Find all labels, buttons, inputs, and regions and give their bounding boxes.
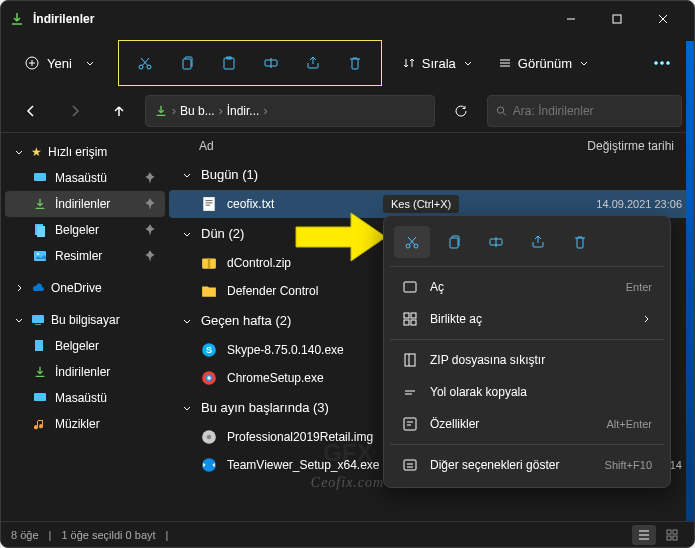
cm-label: Özellikler <box>430 417 594 431</box>
chevron-down-icon <box>181 402 193 414</box>
sidebar-item-desktop-pc[interactable]: Masaüstü <box>5 385 165 411</box>
paste-button[interactable] <box>209 45 249 81</box>
sidebar-item-music[interactable]: Müzikler <box>5 411 165 437</box>
group-today[interactable]: Bugün (1) <box>169 159 694 190</box>
sidebar-item-label: İndirilenler <box>55 197 110 211</box>
cm-openwith[interactable]: Birlikte aç <box>390 303 664 335</box>
svg-point-11 <box>497 106 503 112</box>
svg-rect-34 <box>673 530 677 534</box>
search-box[interactable] <box>487 95 682 127</box>
cm-label: ZIP dosyasına sıkıştır <box>430 353 652 367</box>
sidebar-item-label: Resimler <box>55 249 102 263</box>
delete-button[interactable] <box>335 45 375 81</box>
sidebar: ★ Hızlı erişim Masaüstü İndirilenler Bel… <box>1 133 169 521</box>
bc-seg-2[interactable]: İndir... <box>227 104 260 118</box>
breadcrumb[interactable]: › Bu b... › İndir... › <box>145 95 435 127</box>
sidebar-item-downloads[interactable]: İndirilenler <box>5 191 165 217</box>
view-icon <box>498 56 512 70</box>
file-date: 14.09.2021 23:06 <box>562 198 682 210</box>
copy-button[interactable] <box>167 45 207 81</box>
search-input[interactable] <box>513 104 673 118</box>
sort-button[interactable]: Sırala <box>392 50 484 77</box>
open-icon <box>402 279 418 295</box>
desktop-icon <box>33 391 47 405</box>
cm-delete-button[interactable] <box>562 226 598 258</box>
cm-copypath[interactable]: Yol olarak kopyala <box>390 376 664 408</box>
sidebar-item-pictures[interactable]: Resimler <box>5 243 165 269</box>
exe-tv-icon <box>201 457 217 473</box>
bc-sep: › <box>263 104 267 118</box>
sort-label: Sırala <box>422 56 456 71</box>
file-explorer-window: İndirilenler Yeni Sırala Görünüm <box>0 0 695 548</box>
titlebar: İndirilenler <box>1 1 694 37</box>
thumbnails-view-button[interactable] <box>660 525 684 545</box>
sidebar-item-documents-pc[interactable]: Belgeler <box>5 333 165 359</box>
sidebar-thispc[interactable]: Bu bilgisayar <box>5 307 165 333</box>
documents-icon <box>33 223 47 237</box>
svg-rect-36 <box>673 536 677 540</box>
downloads-icon <box>33 365 47 379</box>
details-view-button[interactable] <box>632 525 656 545</box>
chevron-down-icon <box>462 57 474 69</box>
sidebar-onedrive[interactable]: OneDrive <box>5 275 165 301</box>
svg-rect-18 <box>35 324 41 325</box>
sidebar-item-downloads-pc[interactable]: İndirilenler <box>5 359 165 385</box>
share-button[interactable] <box>293 45 333 81</box>
cm-rename-button[interactable] <box>478 226 514 258</box>
more-button[interactable] <box>642 45 682 81</box>
close-button[interactable] <box>640 3 686 35</box>
back-button[interactable] <box>13 95 49 127</box>
cm-properties[interactable]: Özellikler Alt+Enter <box>390 408 664 440</box>
sidebar-item-documents[interactable]: Belgeler <box>5 217 165 243</box>
col-name[interactable]: Ad <box>199 139 534 153</box>
forward-button[interactable] <box>57 95 93 127</box>
cm-share-button[interactable] <box>520 226 556 258</box>
svg-point-16 <box>37 253 39 255</box>
up-button[interactable] <box>101 95 137 127</box>
svg-rect-43 <box>411 313 416 318</box>
group-label: Bu ayın başlarında (3) <box>201 400 329 415</box>
cm-zip[interactable]: ZIP dosyasına sıkıştır <box>390 344 664 376</box>
new-button[interactable]: Yeni <box>13 50 108 77</box>
action-buttons-highlight <box>118 40 382 86</box>
minimize-button[interactable] <box>548 3 594 35</box>
svg-rect-21 <box>203 197 214 211</box>
sidebar-item-label: Bu bilgisayar <box>51 313 120 327</box>
svg-rect-19 <box>35 340 43 351</box>
col-date[interactable]: Değiştirme tarihi <box>534 139 674 153</box>
zip-file-icon <box>201 255 217 271</box>
svg-text:S: S <box>206 345 212 355</box>
svg-rect-44 <box>404 320 409 325</box>
chevron-down-icon <box>578 57 590 69</box>
svg-rect-33 <box>667 530 671 534</box>
rename-button[interactable] <box>251 45 291 81</box>
refresh-button[interactable] <box>443 95 479 127</box>
cm-label: Diğer seçenekleri göster <box>430 458 593 472</box>
cm-label: Yol olarak kopyala <box>430 385 652 399</box>
maximize-button[interactable] <box>594 3 640 35</box>
svg-rect-4 <box>183 59 191 69</box>
svg-point-30 <box>207 435 212 440</box>
chevron-right-icon <box>13 282 25 294</box>
svg-point-8 <box>655 62 658 65</box>
cm-shortcut: Enter <box>626 281 652 293</box>
view-button[interactable]: Görünüm <box>488 50 600 77</box>
navbar: › Bu b... › İndir... › <box>1 89 694 133</box>
svg-rect-47 <box>404 418 416 430</box>
cm-more[interactable]: Diğer seçenekleri göster Shift+F10 <box>390 449 664 481</box>
sidebar-quick-access[interactable]: ★ Hızlı erişim <box>5 139 165 165</box>
cm-open[interactable]: Aç Enter <box>390 271 664 303</box>
documents-icon <box>33 339 47 353</box>
svg-rect-20 <box>34 393 46 401</box>
sidebar-item-label: Belgeler <box>55 339 99 353</box>
svg-rect-45 <box>411 320 416 325</box>
properties-icon <box>402 416 418 432</box>
cm-cut-button[interactable] <box>394 226 430 258</box>
downloads-icon <box>33 197 47 211</box>
cut-button[interactable] <box>125 45 165 81</box>
bc-seg-1[interactable]: Bu b... <box>180 104 215 118</box>
status-selected: 1 öğe seçildi 0 bayt <box>61 529 155 541</box>
pin-icon <box>143 223 157 237</box>
cm-copy-button[interactable] <box>436 226 472 258</box>
sidebar-item-desktop[interactable]: Masaüstü <box>5 165 165 191</box>
